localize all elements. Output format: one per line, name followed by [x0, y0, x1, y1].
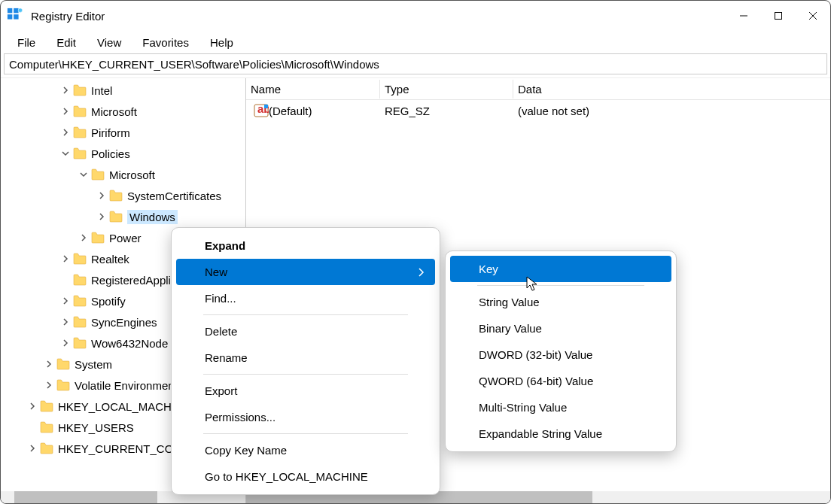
titlebar: Registry Editor [1, 1, 830, 31]
tree-item-label: Microsoft [91, 105, 137, 118]
tree-item-label: SyncEngines [91, 316, 157, 329]
ctx-permissions[interactable]: Permissions... [176, 404, 435, 430]
value-data: (value not set) [513, 103, 830, 119]
value-type: REG_SZ [380, 103, 513, 119]
context-menu: Expand New Find... Delete Rename Export … [171, 227, 440, 495]
ctx-goto-hklm[interactable]: Go to HKEY_LOCAL_MACHINE [176, 463, 435, 490]
chevron-right-icon[interactable] [26, 400, 38, 412]
tree-item[interactable]: Windows [1, 206, 245, 227]
tree-item[interactable]: Policies [1, 143, 245, 164]
tree-item-label: System [75, 358, 112, 371]
menu-help[interactable]: Help [199, 35, 244, 50]
value-row[interactable]: ab (Default) REG_SZ (value not set) [246, 100, 830, 121]
menu-file[interactable]: File [7, 35, 46, 50]
chevron-right-icon[interactable] [59, 105, 72, 117]
separator [203, 314, 408, 315]
tree-item-label: Power [109, 232, 142, 244]
chevron-right-icon[interactable] [59, 126, 72, 138]
menu-view[interactable]: View [87, 35, 132, 50]
tree-item-label: Wow6432Node [91, 337, 168, 350]
folder-icon [56, 379, 70, 391]
chevron-right-icon[interactable] [43, 379, 55, 391]
ctx-delete[interactable]: Delete [176, 318, 435, 345]
folder-icon [109, 190, 123, 202]
menu-edit[interactable]: Edit [46, 35, 87, 50]
tree-item-label: Policies [91, 147, 130, 160]
ctx-new-string[interactable]: String Value [450, 289, 671, 315]
tree-item-label: Volatile Environment [75, 379, 178, 392]
ctx-find[interactable]: Find... [176, 285, 435, 311]
close-button[interactable] [796, 1, 830, 31]
tree-item-label: Spotify [91, 295, 126, 308]
folder-icon [91, 169, 105, 181]
tree-item[interactable]: Microsoft [1, 164, 245, 185]
tree-item[interactable]: Intel [1, 80, 245, 101]
folder-icon [73, 84, 87, 96]
folder-icon [73, 147, 87, 159]
folder-icon [40, 400, 53, 412]
ctx-new-qword[interactable]: QWORD (64-bit) Value [450, 368, 671, 394]
chevron-blank [26, 421, 38, 433]
chevron-right-icon[interactable] [59, 295, 72, 307]
svg-rect-0 [8, 8, 12, 13]
tree-item-label: HKEY_USERS [58, 421, 134, 434]
separator [203, 433, 408, 434]
tree-item[interactable]: Piriform [1, 122, 245, 143]
tree-item[interactable]: SystemCertificates [1, 185, 245, 206]
ctx-new-dword[interactable]: DWORD (32-bit) Value [450, 342, 671, 368]
col-name[interactable]: Name [246, 80, 380, 99]
string-value-icon: ab [254, 104, 269, 117]
svg-point-4 [18, 8, 23, 12]
chevron-right-icon[interactable] [78, 232, 90, 244]
svg-rect-11 [264, 105, 268, 108]
svg-rect-3 [14, 14, 18, 19]
address-text: Computer\HKEY_CURRENT_USER\Software\Poli… [9, 58, 379, 71]
chevron-right-icon[interactable] [26, 442, 38, 454]
cursor-icon [526, 276, 540, 293]
ctx-rename[interactable]: Rename [176, 345, 435, 371]
ctx-new-key[interactable]: Key [450, 256, 671, 282]
folder-icon [73, 337, 87, 349]
folder-icon [73, 253, 87, 265]
chevron-right-icon[interactable] [59, 337, 72, 349]
ctx-export[interactable]: Export [176, 378, 435, 404]
ctx-new[interactable]: New [176, 259, 435, 285]
chevron-right-icon[interactable] [59, 84, 72, 96]
folder-icon [91, 232, 105, 244]
chevron-right-icon[interactable] [96, 190, 108, 202]
folder-icon [73, 274, 87, 286]
values-header: Name Type Data [246, 78, 830, 100]
tree-item[interactable]: Microsoft [1, 101, 245, 122]
chevron-right-icon[interactable] [59, 316, 72, 328]
folder-icon [40, 421, 53, 433]
svg-rect-2 [8, 14, 12, 19]
tree-item-label: Realtek [91, 253, 129, 266]
chevron-down-icon[interactable] [59, 147, 72, 159]
ctx-new-expandable[interactable]: Expandable String Value [450, 421, 671, 447]
maximize-button[interactable] [761, 1, 796, 31]
chevron-down-icon[interactable] [78, 169, 90, 181]
chevron-right-icon [419, 268, 425, 277]
ctx-expand[interactable]: Expand [176, 232, 435, 259]
folder-icon [40, 442, 53, 454]
ctx-new-multistring[interactable]: Multi-String Value [450, 394, 671, 421]
tree-item-label: Piriform [91, 126, 130, 139]
window-controls [726, 1, 830, 31]
ctx-new-binary[interactable]: Binary Value [450, 315, 671, 342]
ctx-copy-key-name[interactable]: Copy Key Name [176, 437, 435, 463]
chevron-right-icon[interactable] [96, 211, 108, 223]
col-data[interactable]: Data [513, 80, 830, 99]
svg-rect-1 [14, 8, 18, 13]
col-type[interactable]: Type [380, 80, 513, 99]
chevron-right-icon[interactable] [59, 253, 72, 265]
svg-rect-6 [775, 13, 782, 20]
context-submenu-new: Key String Value Binary Value DWORD (32-… [445, 250, 677, 452]
separator [477, 285, 644, 286]
chevron-blank [59, 274, 72, 286]
address-bar[interactable]: Computer\HKEY_CURRENT_USER\Software\Poli… [4, 53, 827, 74]
folder-icon [73, 295, 87, 307]
menubar: File Edit View Favorites Help [1, 31, 830, 53]
menu-favorites[interactable]: Favorites [132, 35, 199, 50]
minimize-button[interactable] [726, 1, 761, 31]
chevron-right-icon[interactable] [43, 358, 55, 370]
